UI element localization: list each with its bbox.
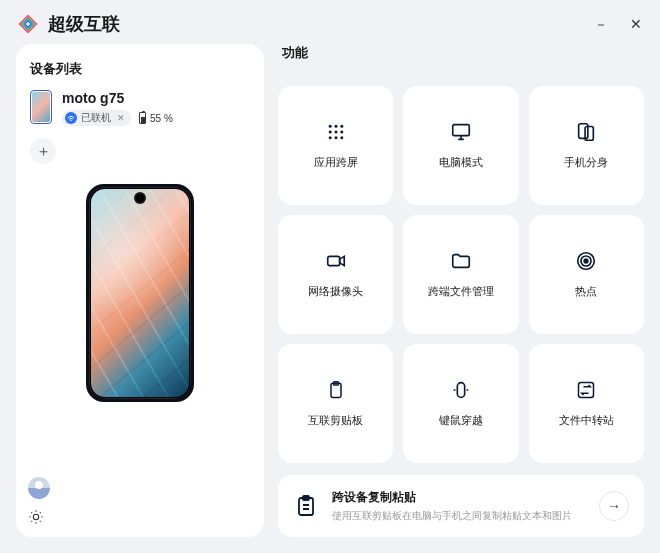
svg-rect-22 bbox=[457, 383, 464, 398]
tile-label: 电脑模式 bbox=[439, 155, 483, 170]
svg-point-11 bbox=[334, 136, 337, 139]
tile-webcam[interactable]: 网络摄像头 bbox=[278, 215, 393, 334]
device-name: moto g75 bbox=[62, 90, 250, 106]
clipboard-icon bbox=[325, 379, 347, 401]
tile-clipboard[interactable]: 互联剪贴板 bbox=[278, 344, 393, 463]
tile-phone-clone[interactable]: 手机分身 bbox=[529, 86, 644, 205]
battery-icon bbox=[139, 112, 146, 124]
promo-subtitle: 使用互联剪贴板在电脑与手机之间复制粘贴文本和图片 bbox=[332, 509, 586, 523]
tile-file-transfer[interactable]: 文件中转站 bbox=[529, 344, 644, 463]
functions-grid: 应用跨屏 电脑模式 手机分身 网络摄像头 bbox=[278, 86, 644, 463]
monitor-icon bbox=[450, 121, 472, 143]
svg-point-3 bbox=[70, 120, 71, 121]
tile-label: 热点 bbox=[575, 284, 597, 299]
video-camera-icon bbox=[325, 250, 347, 272]
svg-point-9 bbox=[340, 131, 343, 134]
svg-rect-13 bbox=[453, 125, 470, 136]
tile-label: 文件中转站 bbox=[559, 413, 614, 428]
battery-status: 55 % bbox=[139, 112, 173, 124]
close-button[interactable]: ✕ bbox=[630, 17, 642, 31]
svg-point-6 bbox=[340, 125, 343, 128]
svg-point-8 bbox=[334, 131, 337, 134]
svg-point-10 bbox=[328, 136, 331, 139]
arrow-right-icon: → bbox=[607, 498, 621, 514]
promo-title: 跨设备复制粘贴 bbox=[332, 489, 586, 506]
disconnect-icon[interactable]: ✕ bbox=[117, 113, 125, 123]
hotspot-icon bbox=[575, 250, 597, 272]
tile-app-cross-screen[interactable]: 应用跨屏 bbox=[278, 86, 393, 205]
svg-rect-23 bbox=[579, 383, 594, 398]
svg-point-7 bbox=[328, 131, 331, 134]
tile-mouse-keyboard[interactable]: 键鼠穿越 bbox=[403, 344, 518, 463]
battery-text: 55 % bbox=[150, 113, 173, 124]
svg-point-12 bbox=[340, 136, 343, 139]
transfer-icon bbox=[575, 379, 597, 401]
device-list-title: 设备列表 bbox=[30, 60, 250, 78]
tile-label: 跨端文件管理 bbox=[428, 284, 494, 299]
device-list-panel: 设备列表 moto g75 已联机 ✕ 55 % bbox=[16, 44, 264, 537]
functions-title: 功能 bbox=[278, 44, 644, 62]
add-device-button[interactable]: ＋ bbox=[30, 138, 56, 164]
svg-point-4 bbox=[328, 125, 331, 128]
svg-rect-16 bbox=[327, 256, 339, 265]
svg-point-17 bbox=[584, 259, 588, 263]
user-avatar-icon[interactable] bbox=[28, 477, 50, 499]
device-item[interactable]: moto g75 已联机 ✕ 55 % bbox=[30, 90, 250, 126]
phone-notch-icon bbox=[136, 194, 144, 202]
titlebar: 超级互联 － ✕ bbox=[0, 0, 660, 44]
settings-button[interactable] bbox=[28, 509, 50, 525]
app-logo-icon bbox=[18, 14, 38, 34]
promo-arrow-button[interactable]: → bbox=[600, 492, 628, 520]
folder-icon bbox=[450, 250, 472, 272]
tile-hotspot[interactable]: 热点 bbox=[529, 215, 644, 334]
grid-dots-icon bbox=[325, 121, 347, 143]
tile-label: 手机分身 bbox=[564, 155, 608, 170]
tile-label: 应用跨屏 bbox=[314, 155, 358, 170]
minimize-button[interactable]: － bbox=[594, 17, 608, 31]
phone-preview bbox=[86, 184, 194, 402]
tile-pc-mode[interactable]: 电脑模式 bbox=[403, 86, 518, 205]
tile-label: 网络摄像头 bbox=[308, 284, 363, 299]
device-thumbnail-icon bbox=[30, 90, 52, 124]
phone-screen bbox=[91, 189, 189, 397]
app-title: 超级互联 bbox=[48, 12, 120, 36]
wifi-icon bbox=[65, 112, 77, 124]
connection-status-pill[interactable]: 已联机 ✕ bbox=[62, 110, 131, 126]
tile-label: 互联剪贴板 bbox=[308, 413, 363, 428]
tile-label: 键鼠穿越 bbox=[439, 413, 483, 428]
cross-device-clipboard-card[interactable]: 跨设备复制粘贴 使用互联剪贴板在电脑与手机之间复制粘贴文本和图片 → bbox=[278, 475, 644, 537]
svg-point-5 bbox=[334, 125, 337, 128]
phone-duplicate-icon bbox=[575, 121, 597, 143]
gear-icon bbox=[28, 509, 44, 525]
tile-file-manager[interactable]: 跨端文件管理 bbox=[403, 215, 518, 334]
clipboard-list-icon bbox=[294, 494, 318, 518]
mouse-cross-icon bbox=[450, 379, 472, 401]
connection-status-text: 已联机 bbox=[81, 111, 111, 125]
